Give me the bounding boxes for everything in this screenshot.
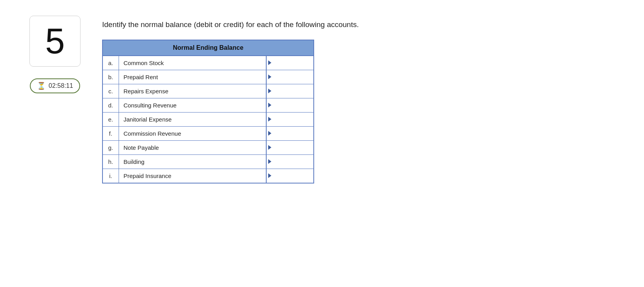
answer-input-d[interactable] xyxy=(267,98,313,112)
answer-input-f[interactable] xyxy=(267,127,313,140)
row-label: Prepaid Insurance xyxy=(119,169,266,183)
table-row: d.Consulting Revenue xyxy=(103,98,313,112)
table-header: Normal Ending Balance xyxy=(103,40,313,56)
row-letter: g. xyxy=(103,140,119,154)
row-input-cell[interactable] xyxy=(266,112,313,126)
row-letter: f. xyxy=(103,126,119,140)
question-text: Identify the normal balance (debit or cr… xyxy=(102,20,620,30)
row-letter: d. xyxy=(103,98,119,112)
table-row: i.Prepaid Insurance xyxy=(103,169,313,183)
row-label: Prepaid Rent xyxy=(119,70,266,84)
row-input-cell[interactable] xyxy=(266,154,313,169)
table-row: g.Note Payable xyxy=(103,140,313,154)
table-row: e.Janitorial Expense xyxy=(103,112,313,126)
row-input-cell[interactable] xyxy=(266,126,313,140)
answer-input-c[interactable] xyxy=(267,84,313,98)
row-letter: e. xyxy=(103,112,119,126)
row-input-cell[interactable] xyxy=(266,169,313,183)
table-row: a.Common Stock xyxy=(103,56,313,70)
table-row: b.Prepaid Rent xyxy=(103,70,313,84)
table-body: a.Common Stockb.Prepaid Rentc.Repairs Ex… xyxy=(103,56,313,183)
row-letter: a. xyxy=(103,56,119,70)
left-panel: 5 ⏳ 02:58:11 xyxy=(24,16,86,93)
row-label: Consulting Revenue xyxy=(119,98,266,112)
row-letter: b. xyxy=(103,70,119,84)
row-input-cell[interactable] xyxy=(266,70,313,84)
answer-input-e[interactable] xyxy=(267,113,313,126)
row-input-cell[interactable] xyxy=(266,98,313,112)
timer-badge: ⏳ 02:58:11 xyxy=(30,78,80,93)
answer-input-g[interactable] xyxy=(267,141,313,154)
right-panel: Identify the normal balance (debit or cr… xyxy=(102,16,620,183)
answer-input-b[interactable] xyxy=(267,70,313,84)
table-row: h.Building xyxy=(103,154,313,169)
row-input-cell[interactable] xyxy=(266,56,313,70)
question-number-box: 5 xyxy=(29,16,80,67)
row-label: Common Stock xyxy=(119,56,266,70)
page-container: 5 ⏳ 02:58:11 Identify the normal balance… xyxy=(0,0,644,199)
answer-input-a[interactable] xyxy=(267,56,313,70)
row-label: Note Payable xyxy=(119,140,266,154)
row-label: Repairs Expense xyxy=(119,84,266,98)
row-label: Commission Revenue xyxy=(119,126,266,140)
table-row: f.Commission Revenue xyxy=(103,126,313,140)
answer-input-i[interactable] xyxy=(267,169,313,183)
row-letter: h. xyxy=(103,154,119,169)
table-row: c.Repairs Expense xyxy=(103,84,313,98)
hourglass-icon: ⏳ xyxy=(37,82,46,90)
timer-display: 02:58:11 xyxy=(49,82,73,89)
answer-input-h[interactable] xyxy=(267,155,313,169)
row-input-cell[interactable] xyxy=(266,84,313,98)
answer-table: Normal Ending Balance a.Common Stockb.Pr… xyxy=(102,40,314,183)
question-number: 5 xyxy=(45,24,65,59)
row-letter: i. xyxy=(103,169,119,183)
row-letter: c. xyxy=(103,84,119,98)
row-label: Janitorial Expense xyxy=(119,112,266,126)
row-input-cell[interactable] xyxy=(266,140,313,154)
row-label: Building xyxy=(119,154,266,169)
